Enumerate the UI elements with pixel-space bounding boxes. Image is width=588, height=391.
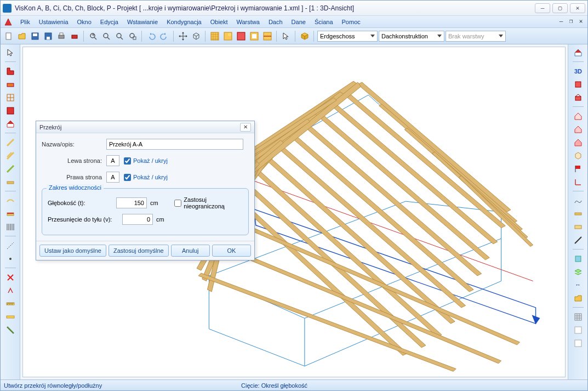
- box-icon[interactable]: [299, 30, 311, 42]
- left-show-hide-link[interactable]: Pokaż / ukryj: [133, 157, 168, 164]
- menu-dane[interactable]: Dane: [287, 17, 310, 27]
- right-show-hide-checkbox[interactable]: Pokaż / ukryj: [124, 174, 168, 181]
- dot-icon[interactable]: [4, 253, 16, 265]
- hatch-icon[interactable]: [4, 221, 16, 233]
- view-front-icon[interactable]: [572, 92, 584, 104]
- grid-r-icon[interactable]: [572, 311, 584, 323]
- mdi-close-button[interactable]: ✕: [576, 17, 585, 25]
- unlimited-check[interactable]: [174, 200, 181, 207]
- save-as-icon[interactable]: [42, 30, 54, 42]
- menu-okno[interactable]: Okno: [73, 17, 96, 27]
- menu-sciana[interactable]: Ściana: [310, 17, 338, 27]
- left-side-input[interactable]: [106, 155, 119, 166]
- measure-icon[interactable]: [4, 298, 16, 310]
- view-top-icon[interactable]: [572, 78, 584, 90]
- wall-icon[interactable]: [4, 78, 16, 90]
- axis-icon[interactable]: [572, 176, 584, 188]
- name-input[interactable]: [106, 139, 243, 150]
- stamp-icon[interactable]: [572, 253, 584, 265]
- x-icon[interactable]: [4, 271, 16, 284]
- construction-select[interactable]: Dachkonstruktion: [379, 31, 444, 42]
- print-preview-icon[interactable]: [68, 30, 81, 42]
- set-default-button[interactable]: Ustaw jako domyślne: [39, 245, 106, 257]
- beam2-icon[interactable]: [4, 150, 16, 162]
- print-icon[interactable]: [55, 30, 67, 42]
- beam-r-icon[interactable]: [572, 208, 584, 220]
- 3d-icon[interactable]: 3D: [572, 65, 584, 77]
- layers-icon[interactable]: [572, 266, 584, 278]
- zoom-fit-icon[interactable]: [113, 30, 125, 42]
- menu-ustawienia[interactable]: Ustawienia: [35, 17, 73, 27]
- menu-wstawianie[interactable]: Wstawianie: [123, 17, 162, 27]
- house-icon[interactable]: [4, 118, 16, 130]
- mdi-minimize-button[interactable]: –: [557, 17, 566, 25]
- undo-icon[interactable]: [145, 30, 157, 42]
- minimize-button[interactable]: —: [535, 3, 550, 13]
- blank1-icon[interactable]: [572, 324, 584, 336]
- house-r2-icon[interactable]: [572, 123, 584, 135]
- pointer-icon[interactable]: [4, 47, 16, 59]
- folder-icon[interactable]: [572, 292, 584, 304]
- depth-input[interactable]: [116, 197, 147, 208]
- apply-default-button[interactable]: Zastosuj domyślne: [109, 245, 169, 257]
- zoom-in-icon[interactable]: +: [87, 30, 99, 42]
- left-show-hide-checkbox[interactable]: Pokaż / ukryj: [124, 157, 168, 165]
- grid5-icon[interactable]: [261, 30, 273, 42]
- menu-dach[interactable]: Dach: [264, 17, 287, 27]
- menu-pomoc[interactable]: Pomoc: [338, 17, 365, 27]
- dim-icon[interactable]: ↔: [572, 279, 584, 291]
- unlimited-checkbox[interactable]: Zastosuj nieograniczoną: [174, 196, 243, 209]
- zoom-out-icon[interactable]: [100, 30, 112, 42]
- grid1-icon[interactable]: [209, 30, 221, 42]
- layer-select[interactable]: Brak warstwy: [446, 31, 506, 42]
- maximize-button[interactable]: ▢: [552, 3, 568, 13]
- menu-warstwa[interactable]: Warstwa: [232, 17, 264, 27]
- cube-icon[interactable]: [190, 30, 202, 42]
- cube-r-icon[interactable]: [572, 150, 584, 162]
- window-icon[interactable]: [4, 92, 16, 104]
- zoom-window-icon[interactable]: [127, 30, 139, 42]
- save-file-icon[interactable]: [29, 30, 41, 42]
- blank2-icon[interactable]: [572, 337, 584, 349]
- close-button[interactable]: ✕: [570, 3, 585, 13]
- tool-a-icon[interactable]: [4, 285, 16, 297]
- menu-plik[interactable]: Plik: [16, 17, 35, 27]
- redo-icon[interactable]: [158, 30, 170, 42]
- section-icon[interactable]: [4, 324, 16, 336]
- house-view-icon[interactable]: [572, 47, 584, 59]
- menu-edycja[interactable]: Edycja: [96, 17, 123, 27]
- menu-kondygnacja[interactable]: Kondygnacja: [162, 17, 206, 27]
- right-show-hide-check[interactable]: [124, 174, 131, 181]
- dialog-close-button[interactable]: ✕: [240, 123, 251, 132]
- menu-obiekt[interactable]: Obiekt: [206, 17, 232, 27]
- grid2-icon[interactable]: [222, 30, 234, 42]
- move-icon[interactable]: [177, 30, 189, 42]
- right-side-input[interactable]: [106, 172, 119, 183]
- roof1-icon[interactable]: [4, 195, 16, 207]
- floor-select[interactable]: Erdgeschoss: [317, 31, 378, 42]
- beam3-icon[interactable]: [4, 163, 16, 175]
- line-icon[interactable]: [4, 240, 16, 252]
- mdi-restore-button[interactable]: ❐: [567, 17, 575, 25]
- right-show-hide-link[interactable]: Pokaż / ukryj: [133, 174, 168, 180]
- new-file-icon[interactable]: [3, 30, 15, 42]
- grid4-icon[interactable]: [248, 30, 260, 42]
- curve-icon[interactable]: [572, 195, 584, 207]
- diag-icon[interactable]: [572, 234, 584, 246]
- flag-icon[interactable]: [572, 163, 584, 175]
- ok-button[interactable]: OK: [212, 245, 251, 257]
- beam1-icon[interactable]: [4, 137, 16, 149]
- cancel-button[interactable]: Anuluj: [171, 245, 210, 257]
- measure2-icon[interactable]: [4, 311, 16, 323]
- house-r3-icon[interactable]: [572, 137, 584, 149]
- beam4-icon[interactable]: [4, 176, 16, 188]
- open-file-icon[interactable]: [16, 30, 28, 42]
- house-r1-icon[interactable]: [572, 110, 584, 122]
- pattern-icon[interactable]: [4, 105, 16, 117]
- offset-input[interactable]: [122, 214, 153, 225]
- roof2-icon[interactable]: [4, 208, 16, 220]
- cursor-icon[interactable]: [280, 30, 292, 42]
- corner-icon[interactable]: [4, 65, 16, 77]
- grid3-icon[interactable]: [235, 30, 247, 42]
- left-show-hide-check[interactable]: [124, 157, 131, 165]
